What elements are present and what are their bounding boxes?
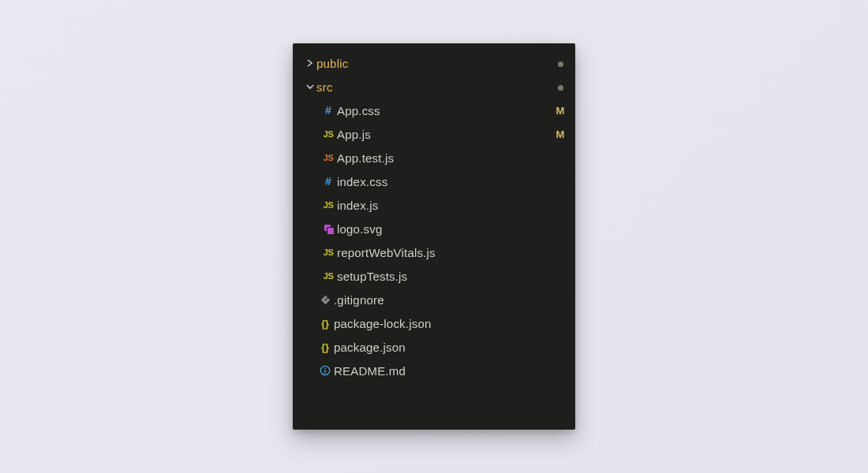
file-label: reportWebVitals.js <box>337 246 553 259</box>
file-label: App.js <box>337 128 553 141</box>
info-icon <box>316 365 334 376</box>
file-explorer-panel: public src # App.css M JS App.js M JS Ap… <box>293 43 575 430</box>
file-label: package.json <box>334 341 567 354</box>
file-row-readme-md[interactable]: README.md <box>293 359 575 382</box>
js-test-icon: JS <box>320 153 337 162</box>
file-label: package-lock.json <box>334 317 567 330</box>
json-icon: {} <box>316 341 334 353</box>
file-row-package-json[interactable]: {} package.json <box>293 335 575 359</box>
git-status-modified: M <box>553 105 567 117</box>
svg-icon <box>320 224 337 233</box>
svg-point-0 <box>324 299 326 300</box>
file-row-app-js[interactable]: JS App.js M <box>293 122 575 146</box>
file-row-gitignore[interactable]: .gitignore <box>293 288 575 311</box>
file-label: App.css <box>337 104 553 117</box>
file-label: index.css <box>337 175 553 188</box>
js-icon: JS <box>320 129 337 139</box>
file-label: README.md <box>334 364 567 378</box>
css-icon: # <box>320 175 337 188</box>
css-icon: # <box>320 104 337 117</box>
file-row-index-js[interactable]: JS index.js <box>293 193 575 217</box>
git-icon <box>316 295 334 305</box>
folder-label: public <box>316 57 553 70</box>
folder-row-src[interactable]: src <box>293 75 575 99</box>
file-row-app-css[interactable]: # App.css M <box>293 99 575 122</box>
file-row-package-lock-json[interactable]: {} package-lock.json <box>293 311 575 335</box>
file-label: .gitignore <box>334 293 567 307</box>
json-icon: {} <box>316 318 334 330</box>
folder-label: src <box>316 80 553 94</box>
chevron-right-icon <box>304 59 316 67</box>
js-icon: JS <box>320 271 337 281</box>
folder-row-public[interactable]: public <box>293 51 575 75</box>
file-label: App.test.js <box>337 151 553 165</box>
file-row-app-test-js[interactable]: JS App.test.js <box>293 146 575 169</box>
file-label: logo.svg <box>337 222 553 236</box>
js-icon: JS <box>320 200 337 210</box>
svg-point-1 <box>326 297 327 299</box>
git-status-dot <box>553 57 567 69</box>
svg-rect-4 <box>324 368 325 370</box>
git-status-modified: M <box>553 128 567 140</box>
file-row-setuptests-js[interactable]: JS setupTests.js <box>293 264 575 288</box>
file-label: index.js <box>337 199 553 212</box>
svg-rect-3 <box>324 370 325 373</box>
chevron-down-icon <box>304 83 316 91</box>
git-status-dot <box>553 80 567 93</box>
js-icon: JS <box>320 248 337 257</box>
file-row-index-css[interactable]: # index.css <box>293 169 575 193</box>
file-row-logo-svg[interactable]: logo.svg <box>293 217 575 240</box>
file-label: setupTests.js <box>337 270 553 283</box>
file-row-reportwebvitals-js[interactable]: JS reportWebVitals.js <box>293 240 575 264</box>
